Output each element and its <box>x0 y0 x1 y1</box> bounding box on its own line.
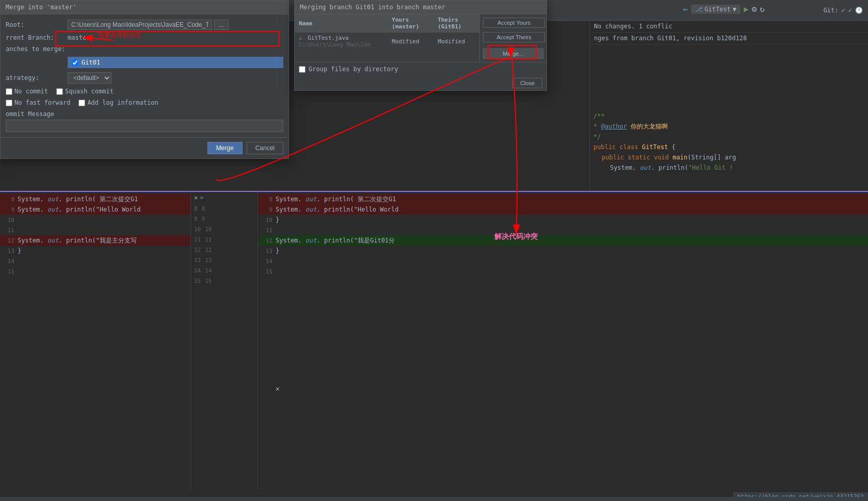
close-row: Close <box>295 76 546 90</box>
current-branch-value: master <box>68 34 90 41</box>
settings-icon[interactable]: ⚙ <box>752 4 757 14</box>
diff-controls: ✕ » <box>191 192 258 203</box>
group-files-row: Group files by directory <box>295 62 546 76</box>
merge-result-table: Name Yours (master) Theirs (Git01) ☕ Git… <box>295 14 479 50</box>
merge-dialog-body: Root: ... rrent Branch: master anches to… <box>1 14 288 137</box>
toolbar-right: Git: ✓ ✓ 🕐 <box>824 7 863 14</box>
merge-result-table-area: Name Yours (master) Theirs (Git01) ☕ Git… <box>295 14 479 62</box>
commit-message-input[interactable] <box>6 120 283 132</box>
merge-button[interactable]: Merge <box>207 142 243 154</box>
close-button[interactable]: Close <box>512 78 542 88</box>
no-fast-forward-label: No fast forward <box>14 99 70 106</box>
refresh-icon[interactable]: ↻ <box>760 4 765 14</box>
method-def: public static void main(String[] arg <box>593 152 868 163</box>
no-fast-forward-option[interactable]: No fast forward <box>6 99 70 106</box>
merge-result-content: Name Yours (master) Theirs (Git01) ☕ Git… <box>295 14 546 62</box>
no-commit-checkbox[interactable] <box>6 88 12 95</box>
arrow-left-icon: ← <box>683 4 688 14</box>
col-yours-header: Yours (master) <box>388 14 433 33</box>
root-label: Root: <box>6 21 68 28</box>
diff-left-content: 8 System. out. println( 第二次提交G1 9 System… <box>0 192 190 279</box>
diff-x-icon[interactable]: ✕ <box>194 194 198 201</box>
add-log-option[interactable]: Add log information <box>78 99 158 106</box>
add-log-checkbox[interactable] <box>78 100 85 106</box>
diff-line-15-left: 15 <box>0 266 190 277</box>
col-name-header: Name <box>295 14 388 33</box>
diff-close-button[interactable]: × <box>276 385 280 393</box>
squash-commit-option[interactable]: Squash commit <box>56 88 114 95</box>
resolve-conflict-text: 解决代码冲突 <box>494 232 538 241</box>
root-browse-button[interactable]: ... <box>214 20 229 30</box>
accept-theirs-button[interactable]: Accept Theirs <box>483 32 545 42</box>
branch-chevron-icon: ▼ <box>733 6 736 13</box>
root-row: Root: ... <box>6 20 283 30</box>
diff-line-11-left: 11 <box>0 225 190 235</box>
diff-line-15-right: 15 <box>258 266 868 277</box>
diff-line-nums-middle: 88 99 1010 1111 1212 1313 1414 1515 <box>191 203 258 286</box>
diff-line-12-left: 12 System. out. println("我是主分支写 <box>0 235 190 246</box>
file-row[interactable]: ☕ GitTest.java C:\Users\Long Mao\Ide Mod… <box>295 33 479 51</box>
branch-name-git01: Git01 <box>82 59 100 66</box>
git-label: Git: <box>824 7 839 14</box>
current-branch-label: rrent Branch: <box>6 34 68 41</box>
group-files-checkbox[interactable] <box>299 66 306 73</box>
add-log-label: Add log information <box>87 99 158 106</box>
diff-line-9-right: 9 System. out. println("Hello World <box>258 204 868 215</box>
merge-dialog-title: Merge into 'master' <box>1 1 288 14</box>
branch-icon: ⎇ <box>695 6 702 13</box>
merge-result-title: Merging branch Git01 into branch master <box>295 1 546 14</box>
no-changes-status: No changes. 1 conflic <box>594 23 672 30</box>
file-name: GitTest.java <box>308 35 348 41</box>
branches-row: anches to merge: <box>6 45 283 53</box>
branch-checkbox-git01[interactable] <box>72 59 78 66</box>
diff-chevrons-icon[interactable]: » <box>200 194 203 201</box>
branch-item-git01[interactable]: Git01 <box>68 57 283 68</box>
diff-line-14-left: 14 <box>0 256 190 266</box>
merge-result-dialog: Merging branch Git01 into branch master … <box>294 0 547 91</box>
squash-commit-checkbox[interactable] <box>56 88 63 95</box>
diff-middle-panel: ✕ » 88 99 1010 1111 1212 1313 1414 <box>191 192 258 491</box>
class-def: public class GitTest { <box>593 142 868 152</box>
branch-list: Git01 <box>68 57 283 68</box>
options-row2: No fast forward Add log information <box>6 99 283 106</box>
no-commit-option[interactable]: No commit <box>6 88 48 95</box>
branches-label: anches to merge: <box>6 45 68 53</box>
diff-line-11-right: 11 <box>258 225 868 235</box>
run-icon[interactable]: ▶ <box>744 4 749 14</box>
java-file-icon: ☕ <box>299 35 302 41</box>
right-code-panel: /** * @author 你的大龙猫啊 */ public class Git… <box>589 111 868 173</box>
branch-name: GitTest <box>704 6 731 13</box>
git-branch-selector[interactable]: ⎇ GitTest ▼ <box>691 5 741 14</box>
root-input[interactable] <box>68 20 212 30</box>
no-commit-label: No commit <box>14 88 48 95</box>
file-yours-status: Modified <box>388 33 433 51</box>
diff-right-panel: 8 System. out. println( 第二次提交G1 9 System… <box>258 192 868 491</box>
cancel-button[interactable]: Cancel <box>247 142 283 154</box>
diff-line-9-left: 9 System. out. println("Hello World <box>0 204 190 215</box>
merge-action-buttons: Accept Yours Accept Theirs Merge... <box>479 14 546 62</box>
diff-line-12-right: 12 System. out. println("我是Git01分 <box>258 235 868 246</box>
file-path: C:\Users\Long Mao\Ide <box>299 41 371 48</box>
sysout-line: System. out. println("Hello Git ! <box>593 163 868 173</box>
toolbar-clock-icon: 🕐 <box>855 7 863 14</box>
accept-yours-button[interactable]: Accept Yours <box>483 18 545 28</box>
changes-from-branch: nges from branch Git01, revision b120d12… <box>594 35 747 42</box>
current-branch-row: rrent Branch: master <box>6 34 283 41</box>
horizontal-scrollbar[interactable] <box>0 497 868 501</box>
diff-line-14-right: 14 <box>258 256 868 266</box>
col-theirs-header: Theirs (Git01) <box>433 14 479 33</box>
toolbar-check-icon: ✓ <box>842 7 845 14</box>
strategy-select[interactable]: <default> <box>68 72 111 84</box>
commit-message-row: ommit Message <box>6 110 283 132</box>
commit-message-label: ommit Message <box>6 110 54 118</box>
diff-right-content: 8 System. out. println( 第二次提交G1 9 System… <box>258 192 868 279</box>
diff-line-10-left: 10 <box>0 215 190 225</box>
annotation-branch: 需要合并的分支 <box>98 31 141 40</box>
options-row: No commit Squash commit <box>6 88 283 95</box>
merge-result-merge-button[interactable]: Merge... <box>483 49 543 59</box>
no-fast-forward-checkbox[interactable] <box>6 100 12 106</box>
toolbar-check2-icon: ✓ <box>848 7 852 14</box>
strategy-label: atrategy: <box>6 74 68 82</box>
group-files-label: Group files by directory <box>309 66 398 73</box>
comment-block-start: /** <box>593 111 868 121</box>
